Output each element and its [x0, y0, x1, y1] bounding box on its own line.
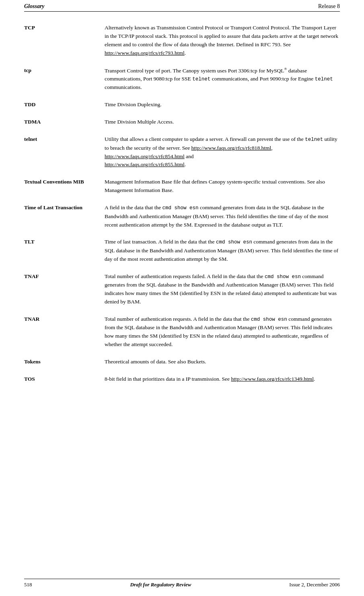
- mono-cmd-show-esn-1: cmd show esn: [162, 205, 199, 211]
- term-tlt: TLT: [24, 238, 105, 263]
- link-rfc854[interactable]: http://www.faqs.org/rfcs/rfc854.html: [105, 153, 185, 159]
- def-tnaf: Total number of authentication requests …: [105, 272, 340, 306]
- mono-telnet-util: telnet: [305, 137, 323, 142]
- entry-textual-conventions-mib: Textual Conventions MIB Management Infor…: [24, 178, 340, 195]
- term-tcp-lower: tcp: [24, 66, 105, 92]
- term-textual-conventions-mib: Textual Conventions MIB: [24, 178, 105, 195]
- def-tnar: Total number of authentication requests.…: [105, 315, 340, 349]
- term-tnar: TNAR: [24, 315, 105, 349]
- term-tdd: TDD: [24, 101, 105, 109]
- entry-tos: TOS 8-bit field in that prioritizes data…: [24, 375, 340, 384]
- term-telnet: telnet: [24, 135, 105, 169]
- footer-issue: Issue 2, December 2006: [289, 582, 340, 588]
- entry-tdma: TDMA Time Division Multiple Access.: [24, 118, 340, 126]
- entry-time-of-last-transaction: Time of Last Transaction A field in the …: [24, 204, 340, 229]
- link-rfc818[interactable]: http://www.faqs.org/rfcs/rfc818.html: [191, 145, 271, 151]
- mono-cmd-show-esn-2: cmd show esn: [216, 239, 252, 245]
- term-tokens: Tokens: [24, 358, 105, 366]
- entry-telnet: telnet Utility that allows a client comp…: [24, 135, 340, 169]
- def-telnet: Utility that allows a client computer to…: [105, 135, 340, 169]
- def-time-of-last-transaction: A field in the data that the cmd show es…: [105, 204, 340, 229]
- header-release: Release 8: [318, 3, 340, 10]
- def-tcp: Alternatively known as Transmission Cont…: [105, 24, 340, 58]
- entry-tnaf: TNAF Total number of authentication requ…: [24, 272, 340, 306]
- footer-page-number: 518: [24, 582, 32, 588]
- term-tnaf: TNAF: [24, 272, 105, 306]
- link-rfc793[interactable]: http://www.faqs.org/rfcs/rfc793.html: [105, 50, 185, 56]
- mono-telnet-2: telnet: [315, 76, 333, 82]
- mono-cmd-show-esn-4: cmd show esn: [251, 317, 287, 322]
- def-tdma: Time Division Multiple Access.: [105, 118, 340, 126]
- term-tcp: TCP: [24, 24, 105, 58]
- def-tdd: Time Division Duplexing.: [105, 101, 340, 109]
- header-title: Glossary: [24, 3, 45, 10]
- def-tlt: Time of last transaction. A field in the…: [105, 238, 340, 263]
- entry-tnar: TNAR Total number of authentication requ…: [24, 315, 340, 349]
- term-time-of-last-transaction: Time of Last Transaction: [24, 204, 105, 229]
- glossary-content: TCP Alternatively known as Transmission …: [24, 12, 340, 384]
- footer-draft-label: Draft for Regulatory Review: [130, 582, 191, 588]
- page-footer: 518 Draft for Regulatory Review Issue 2,…: [24, 579, 340, 588]
- term-tdma: TDMA: [24, 118, 105, 126]
- entry-tlt: TLT Time of last transaction. A field in…: [24, 238, 340, 263]
- entry-tcp-lower: tcp Transport Control type of port. The …: [24, 66, 340, 92]
- term-tos: TOS: [24, 375, 105, 384]
- def-tokens: Theoretical amounts of data. See also Bu…: [105, 358, 340, 366]
- link-rfc1349[interactable]: http://www.faqs.org/rfcs/rfc1349.html: [231, 376, 313, 382]
- mono-cmd-show-esn-3: cmd show esn: [265, 274, 301, 280]
- mono-telnet-1: telnet: [192, 76, 210, 82]
- entry-tdd: TDD Time Division Duplexing.: [24, 101, 340, 109]
- link-rfc855[interactable]: http://www.faqs.org/rfcs/rfc855.html: [105, 161, 185, 167]
- def-textual-conventions-mib: Management Information Base file that de…: [105, 178, 340, 195]
- entry-tokens: Tokens Theoretical amounts of data. See …: [24, 358, 340, 366]
- entry-tcp: TCP Alternatively known as Transmission …: [24, 24, 340, 58]
- page: Glossary Release 8 TCP Alternatively kno…: [0, 0, 364, 596]
- page-header: Glossary Release 8: [24, 0, 340, 11]
- def-tos: 8-bit field in that prioritizes data in …: [105, 375, 340, 384]
- def-tcp-lower: Transport Control type of port. The Cano…: [105, 66, 340, 92]
